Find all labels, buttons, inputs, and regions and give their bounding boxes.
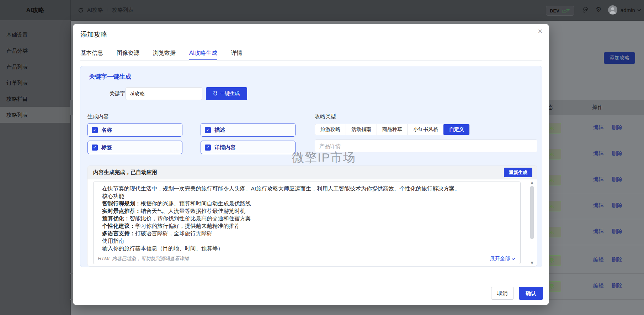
sidebar-item-order-list[interactable]: 订单列表 <box>0 75 70 91</box>
edit-link[interactable]: 编辑 <box>593 202 604 209</box>
generated-line: 在快节奏的现代生活中，规划一次完美的旅行可能令人头疼。AI旅行攻略大师应运而生，… <box>102 185 515 192</box>
generated-content-box: 在快节奏的现代生活中，规划一次完美的旅行可能令人头疼。AI旅行攻略大师应运而生，… <box>93 182 521 264</box>
generated-line: 个性化建议：学习你的旅行偏好，提供越来越精准的推荐 <box>102 222 515 230</box>
topbar-divider <box>70 0 71 20</box>
confirm-button[interactable]: 确认 <box>519 287 543 300</box>
tab-detail[interactable]: 详情 <box>231 47 242 60</box>
one-click-generate-label: 一键生成 <box>220 90 240 97</box>
generated-line: 输入你的旅行基本信息（目的地、时间、预算等） <box>102 245 515 252</box>
result-header: 内容生成完成，已自动应用 重新生成 <box>87 166 537 179</box>
type-option-xiaohongshu[interactable]: 小红书风格 <box>408 124 444 135</box>
breadcrumb-item-current: 攻略列表 <box>112 7 133 14</box>
checkbox-label: 描述 <box>214 127 225 133</box>
app-root: AI攻略 AI攻略 / 攻略列表 DEV 正常 <box>0 0 644 315</box>
generated-line: 核心功能 <box>102 192 515 200</box>
generated-line: 实时景点推荐：结合天气、人流量等数据推荐最佳游览时机 <box>102 207 515 215</box>
cancel-button[interactable]: 取消 <box>491 287 514 300</box>
magic-icon: ℧ <box>213 90 217 97</box>
avatar[interactable] <box>608 5 617 15</box>
sidebar-item-guide-columns[interactable]: 攻略栏目 <box>0 91 70 107</box>
sidebar-item-basic-settings[interactable]: 基础设置 <box>0 27 70 43</box>
generation-result-panel: 内容生成完成，已自动应用 重新生成 在快节奏的现代生活中，规划一次完美的旅行可能… <box>87 166 537 267</box>
app-logo: AI攻略 <box>0 0 70 20</box>
checkbox-label: 名称 <box>101 127 112 133</box>
dialog-tabs: 基本信息 图像资源 浏览数据 AI攻略生成 详情 <box>80 47 542 61</box>
dialog-title: 添加攻略 <box>80 30 107 39</box>
sidebar: 基础设置 产品分类 产品列表 订单列表 攻略栏目 攻略列表 <box>0 20 71 315</box>
tab-ai-generate[interactable]: AI攻略生成 <box>189 47 217 60</box>
scroll-up-icon[interactable]: ▲ <box>529 180 535 185</box>
refresh-icon[interactable] <box>78 7 84 14</box>
keyword-input[interactable] <box>126 87 202 100</box>
generate-content-options: ✓ 名称 ✓ 描述 ✓ 标签 ✓ 详情内容 <box>87 123 296 154</box>
chevron-down-icon <box>637 9 641 11</box>
gear-icon[interactable]: ⚙ <box>596 5 602 13</box>
checkbox-checked-icon: ✓ <box>205 145 211 151</box>
result-body: 在快节奏的现代生活中，规划一次完美的旅行可能令人头疼。AI旅行攻略大师应运而生，… <box>87 179 537 266</box>
product-detail-input[interactable] <box>315 140 537 152</box>
delete-link[interactable]: 删除 <box>612 124 622 131</box>
checkbox-checked-icon: ✓ <box>205 127 211 133</box>
panel-title: 关键字一键生成 <box>89 73 131 81</box>
delete-link[interactable]: 删除 <box>612 228 622 235</box>
keyword-generate-panel: 关键字一键生成 关键字 ℧ 一键生成 生成内容 ✓ 名称 ✓ 描述 ✓ <box>80 66 542 267</box>
scrollbar[interactable]: ▲ ▼ <box>529 180 535 266</box>
delete-link[interactable]: 删除 <box>612 150 622 157</box>
breadcrumb-separator: / <box>106 7 109 13</box>
type-option-activity[interactable]: 活动指南 <box>346 124 377 135</box>
sidebar-item-product-category[interactable]: 产品分类 <box>0 43 70 59</box>
generate-content-heading: 生成内容 <box>87 113 109 120</box>
add-guide-dialog: 添加攻略 × 基本信息 图像资源 浏览数据 AI攻略生成 详情 关键字一键生成 … <box>73 24 549 305</box>
generated-content: 在快节奏的现代生活中，规划一次完美的旅行可能令人头疼。AI旅行攻略大师应运而生，… <box>102 185 515 252</box>
env-status: 正常 <box>562 8 570 14</box>
regenerate-button[interactable]: 重新生成 <box>504 168 532 177</box>
user-menu[interactable]: admin <box>621 0 641 20</box>
edit-link[interactable]: 编辑 <box>593 283 604 289</box>
result-status-text: 内容生成完成，已自动应用 <box>93 169 157 176</box>
checkbox-detail-content[interactable]: ✓ 详情内容 <box>201 141 296 154</box>
tab-basic-info[interactable]: 基本信息 <box>80 47 103 60</box>
delete-link[interactable]: 删除 <box>612 176 622 183</box>
checkbox-tags[interactable]: ✓ 标签 <box>87 141 182 154</box>
type-option-product-seeding[interactable]: 商品种草 <box>377 124 408 135</box>
chevron-down-icon <box>511 258 515 260</box>
expand-all-link[interactable]: 展开全部 <box>490 256 515 262</box>
edit-link[interactable]: 编辑 <box>593 150 604 157</box>
edit-link[interactable]: 编辑 <box>593 257 604 263</box>
breadcrumb: AI攻略 / 攻略列表 <box>78 0 133 20</box>
sidebar-item-guide-list[interactable]: 攻略列表 <box>0 107 70 123</box>
checkbox-checked-icon: ✓ <box>92 145 98 151</box>
column-actions: 操作 <box>592 104 603 111</box>
checkbox-checked-icon: ✓ <box>92 127 98 133</box>
add-guide-button-background[interactable]: 添加攻略 <box>604 52 635 64</box>
type-option-travel[interactable]: 旅游攻略 <box>315 124 346 135</box>
edit-link[interactable]: 编辑 <box>593 176 604 183</box>
sidebar-item-product-list[interactable]: 产品列表 <box>0 59 70 75</box>
edit-link[interactable]: 编辑 <box>593 124 604 131</box>
breadcrumb-item-parent[interactable]: AI攻略 <box>87 7 103 14</box>
generated-line: 预算优化：智能比价，帮你找到性价比最高的交通和住宿方案 <box>102 215 515 222</box>
delete-link[interactable]: 删除 <box>612 283 622 289</box>
scroll-down-icon[interactable]: ▼ <box>529 261 535 266</box>
rocket-icon[interactable] <box>582 6 589 13</box>
guide-type-heading: 攻略类型 <box>315 113 336 120</box>
one-click-generate-button[interactable]: ℧ 一键生成 <box>206 87 247 100</box>
edit-link[interactable]: 编辑 <box>593 228 604 235</box>
generated-line: 多语言支持：打破语言障碍，全球旅行无障碍 <box>102 230 515 237</box>
generated-line: 使用指南 <box>102 237 515 245</box>
delete-link[interactable]: 删除 <box>612 202 622 209</box>
checkbox-description[interactable]: ✓ 描述 <box>201 123 296 137</box>
username: admin <box>621 7 635 13</box>
scrollbar-thumb[interactable] <box>530 186 534 239</box>
dialog-footer: 取消 确认 <box>491 287 543 300</box>
keyword-label: 关键字 <box>103 87 125 100</box>
top-bar: AI攻略 AI攻略 / 攻略列表 DEV 正常 <box>0 0 644 21</box>
result-footer-row: HTML 内容已渲染，可切换到源码查看详情 展开全部 <box>98 256 515 262</box>
generated-line: 智能行程规划：根据你的兴趣、预算和时间自动生成最优路线 <box>102 200 515 207</box>
type-option-custom[interactable]: 自定义 <box>443 124 470 135</box>
close-icon[interactable]: × <box>534 25 547 38</box>
tab-image-assets[interactable]: 图像资源 <box>117 47 139 60</box>
delete-link[interactable]: 删除 <box>612 257 622 263</box>
tab-browse-data[interactable]: 浏览数据 <box>153 47 176 60</box>
checkbox-name[interactable]: ✓ 名称 <box>87 123 182 137</box>
